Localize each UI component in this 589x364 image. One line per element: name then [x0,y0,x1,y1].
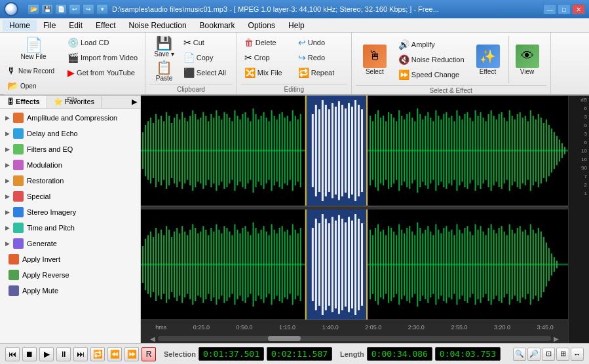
db-label: 0 [584,122,587,128]
new-record-button[interactable]: 🎙 New Record [4,64,63,78]
minimize-btn[interactable]: — [543,4,556,14]
cut-button[interactable]: ✂ Cut [180,35,233,50]
tb-extra[interactable]: ▾ [96,4,108,14]
transport-skip-fwd[interactable]: ⏩ [124,347,139,361]
effect-item-stereo[interactable]: ▶ Stereo Imagery [0,204,140,220]
new-file-icon: 📄 [25,38,43,52]
crop-button[interactable]: ✂ Crop [241,50,294,65]
scroll-thumb[interactable] [268,336,301,341]
svg-rect-65 [315,105,317,196]
waveform-bottom[interactable] [141,209,568,319]
svg-rect-62 [141,150,305,152]
new-record-icon: 🎙 [7,65,16,76]
svg-rect-77 [354,100,356,201]
open-button[interactable]: 📂 Open [4,79,63,93]
menu-options[interactable]: Options [242,20,282,31]
select-big-label: Select [366,68,384,75]
transport-record[interactable]: R [142,347,156,361]
scroll-right-arrow[interactable]: ▶ [554,335,559,342]
selection-end-time: 0:02:11.587 [267,347,332,361]
scroll-left-arrow[interactable]: ◀ [150,335,155,342]
mix-file-button[interactable]: 🔀 Mix File [241,65,294,80]
effect-item-delay[interactable]: ▶ Delay and Echo [0,126,140,141]
tb-save[interactable]: 💾 [41,4,53,14]
transport-play[interactable]: ▶ [39,347,54,361]
zoom-fit-btn[interactable]: ⊡ [542,348,555,361]
amplify-icon: 🔊 [398,39,409,50]
svg-rect-231 [341,219,343,310]
menu-noise[interactable]: Noise Reduction [123,20,193,31]
effect-item-timepitch[interactable]: ▶ Time and Pitch [0,220,140,236]
tb-undo[interactable]: ↩ [69,4,81,14]
effect-item-invert[interactable]: Apply Invert [0,251,140,267]
speed-change-button[interactable]: ⏩ Speed Change [395,67,468,82]
invert-label: Apply Invert [22,255,60,263]
svg-rect-222 [312,228,314,301]
effect-item-reverse[interactable]: Apply Reverse [0,267,140,283]
horizontal-scrollbar[interactable]: ◀ ▶ [141,334,568,343]
svg-rect-225 [322,214,324,315]
tb-redo[interactable]: ↪ [83,4,94,14]
waveform-top[interactable] [141,96,568,207]
menu-home[interactable]: Home [3,20,37,31]
effect-item-mute[interactable]: Apply Mute [0,283,140,299]
ribbon: 📄 New File 🎙 New Record 📂 Open 💿 Load CD [0,33,589,96]
repeat-button[interactable]: 🔁 Repeat [295,65,347,80]
effect-item-amplitude[interactable]: ▶ Amplitude and Compression [0,110,140,126]
amplitude-label: Amplitude and Compression [27,114,117,122]
zoom-out-btn[interactable]: 🔎 [527,348,541,361]
mix-file-icon: 🔀 [244,67,256,78]
redo-button[interactable]: ↪ Redo [295,50,347,65]
save-button[interactable]: 💾 Save ▾ [149,35,179,59]
load-cd-button[interactable]: 💿 Load CD [64,35,141,50]
effect-item-filters[interactable]: ▶ Filters and EQ [0,141,140,157]
new-file-button[interactable]: 📄 New File [4,35,63,63]
copy-button[interactable]: 📄 Copy [180,50,233,65]
zoom-extra-btn[interactable]: ↔ [571,348,584,361]
transport-to-end[interactable]: ⏭ [73,347,88,361]
svg-rect-228 [332,217,333,312]
zoom-in-btn[interactable]: 🔍 [513,348,526,361]
tb-open[interactable]: 📂 [28,4,39,14]
transport-pause[interactable]: ⏸ [56,347,71,361]
undo-button[interactable]: ↩ Undo [295,35,347,50]
amplify-button[interactable]: 🔊 Amplify [395,37,468,52]
effect-item-restoration[interactable]: ▶ Restoration [0,173,140,189]
maximize-btn[interactable]: □ [558,4,571,14]
menu-edit[interactable]: Edit [62,20,89,31]
view-big-button[interactable]: 👁 View [508,35,546,84]
paste-button[interactable]: 📋 Paste [150,60,179,83]
effect-expand-arrow: ▶ [5,115,10,121]
effect-item-generate[interactable]: ▶ Generate [0,236,140,251]
scroll-track[interactable] [158,336,551,341]
effect-item-modulation[interactable]: ▶ Modulation [0,157,140,173]
menu-help[interactable]: Help [282,20,311,31]
effect-item-special[interactable]: ▶ Special [0,189,140,204]
select-all-button[interactable]: ⬛ Select All [180,65,233,80]
svg-rect-156 [305,96,307,206]
get-youtube-button[interactable]: ▶ Get from YouTube [64,65,141,80]
tb-save2[interactable]: 📄 [55,4,67,14]
close-btn[interactable]: ✕ [572,4,585,14]
timeline-mark: 1:15.0 [279,324,295,331]
crop-icon: ✂ [244,52,252,63]
transport-skip-back[interactable]: ⏪ [107,347,122,361]
effect-expand-arrow: ▶ [5,130,10,137]
transport-stop[interactable]: ⏹ [22,347,37,361]
delete-button[interactable]: 🗑 Delete [241,35,294,50]
menu-bookmark[interactable]: Bookmark [193,20,242,31]
menu-file[interactable]: File [37,20,62,31]
zoom-sel-btn[interactable]: ⊞ [556,348,569,361]
window-controls[interactable]: — □ ✕ [543,4,585,14]
select-big-button[interactable]: 🖱 Select [356,35,394,84]
effect-big-button[interactable]: ✨ Effect [469,35,507,84]
file-group-label: File [4,94,141,103]
svg-rect-227 [328,223,330,306]
import-video-button[interactable]: 🎬 Import from Video [64,50,141,65]
transport-loop[interactable]: 🔁 [90,347,105,361]
effect-expand-arrow: ▶ [5,177,10,184]
noise-reduction-button[interactable]: 🔇 Noise Reduction [395,52,468,67]
generate-icon [13,238,24,249]
menu-effect[interactable]: Effect [89,20,122,31]
transport-to-start[interactable]: ⏮ [5,347,20,361]
